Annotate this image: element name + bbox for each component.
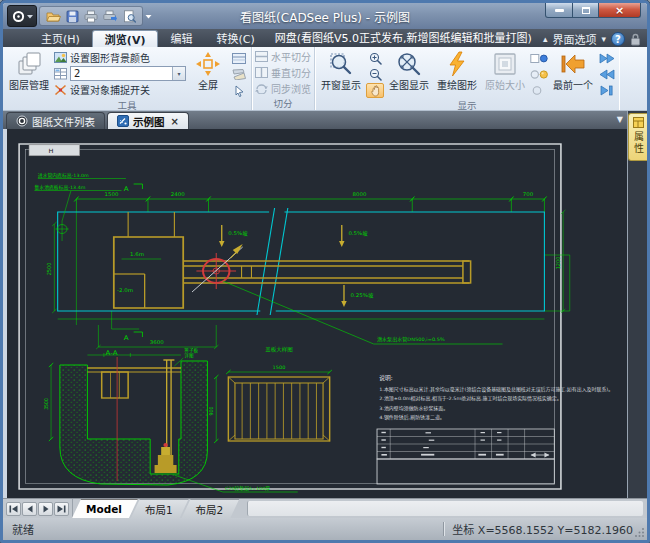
pen-width-combobox[interactable]: 2 ▾ — [70, 66, 186, 81]
svg-text:8000: 8000 — [352, 191, 366, 197]
print-button[interactable] — [83, 8, 99, 24]
prev-view-icon[interactable] — [598, 67, 616, 82]
elevation-labels: 进水管内底标高-13.0m 集水池底板标高-13.4m — [35, 172, 126, 241]
layers-icon — [16, 50, 42, 77]
zoom-out-button[interactable] — [366, 67, 384, 82]
window-controls: × — [545, 3, 641, 18]
horizontal-split-button[interactable]: 水平切分 — [255, 49, 311, 64]
properties-icon — [633, 117, 644, 128]
sheet-nav-buttons — [3, 499, 73, 518]
svg-text:1500: 1500 — [273, 366, 286, 371]
last-sheet-button[interactable] — [54, 502, 69, 516]
file-list-icon — [16, 115, 28, 127]
tab-browse[interactable]: 浏览(V) — [92, 30, 159, 47]
svg-text:2.池顶±0.0m相对标高,相当于-2.5m绝对标高,施工时: 2.池顶±0.0m相对标高,相当于-2.5m绝对标高,施工时结合现场实际情况核实… — [379, 396, 561, 403]
drawing-canvas[interactable]: H 1500 — [3, 129, 627, 498]
svg-text:A: A — [124, 334, 129, 342]
netdisk-promo-link[interactable]: 网盘(看图纸V5.0正式发布,新增图纸编辑和批量打图) — [267, 28, 540, 47]
next-sheet-button[interactable] — [38, 502, 53, 516]
combo-dropdown-icon[interactable]: ▾ — [172, 67, 185, 80]
sync-browse-icon — [255, 83, 268, 94]
svg-text:进水管内底标高-13.0m: 进水管内底标高-13.0m — [38, 172, 90, 179]
help-icon[interactable]: ? — [611, 32, 625, 46]
sync-browse-button[interactable]: 同步浏览 — [255, 81, 311, 96]
original-size-button[interactable]: 原始大小 — [482, 49, 528, 93]
svg-text:2400: 2400 — [171, 191, 185, 197]
status-coordinates: 坐标 X=5568.1552 Y=5182.1960 — [452, 521, 647, 537]
minimize-icon — [555, 9, 564, 12]
svg-text:1500: 1500 — [105, 191, 119, 197]
collapse-ribbon-icon[interactable]: ▴ — [543, 34, 548, 44]
bring-front-button[interactable]: 最前一个 — [550, 49, 596, 93]
redraw-button[interactable]: 重绘图形 — [434, 49, 480, 93]
status-ready: 就绪 — [3, 521, 34, 537]
pump-target-symbol — [192, 244, 243, 292]
svg-text:1.本图尺寸标高以米计,其余均以毫米计(须结合设备基础图及总: 1.本图尺寸标高以米计,其余均以毫米计(须结合设备基础图及总图核对无误后方可施工… — [379, 386, 613, 393]
open-button[interactable] — [45, 8, 61, 24]
tab-example-drawing[interactable]: 示例图 × — [107, 112, 189, 129]
maximize-button[interactable] — [573, 3, 599, 18]
svg-text:0.5%坡: 0.5%坡 — [228, 229, 248, 237]
qat-customize-caret-icon[interactable] — [145, 14, 152, 19]
window-zoom-button[interactable]: 开窗显示 — [318, 49, 364, 93]
zoom-in-button[interactable] — [366, 51, 384, 66]
svg-text:集水池底板标高-13.4m: 集水池底板标高-13.4m — [35, 184, 87, 191]
svg-text:3.池内壁均须做防水砂浆抹面。: 3.池内壁均须做防水砂浆抹面。 — [379, 405, 448, 412]
resize-grip[interactable] — [634, 527, 645, 538]
print-preview-button[interactable] — [121, 8, 137, 24]
tab-layout1[interactable]: 布局1 — [131, 499, 189, 518]
quick-access-toolbar — [7, 5, 152, 27]
save-button[interactable] — [64, 8, 80, 24]
interface-options-caret-icon[interactable]: ▾ — [601, 34, 606, 44]
tab-drawing-file-list[interactable]: 图纸文件列表 — [6, 112, 105, 129]
pipe-leader: 潜水泵出水管DN500,i=0.5% — [223, 281, 503, 344]
close-doc-icon[interactable]: × — [169, 116, 179, 127]
tab-list-dropdown-icon[interactable]: ▼ — [617, 115, 623, 124]
cad-drawing: H 1500 — [7, 129, 627, 498]
tab-home[interactable]: 主页(H) — [29, 30, 92, 47]
prev-sheet-button[interactable] — [22, 502, 37, 516]
vertical-split-button[interactable]: 垂直切分 — [255, 65, 311, 80]
dim-left-label: 2500 — [46, 263, 52, 276]
minimize-button[interactable] — [545, 3, 573, 18]
properties-tab-label: 属性 — [631, 131, 646, 155]
top-dimensions — [74, 197, 546, 213]
properties-panel-tab[interactable]: 属性 — [628, 113, 647, 161]
tab-model[interactable]: Model — [72, 499, 138, 518]
notes-block: 说明: 1.本图尺寸标高以米计,其余均以毫米计(须结合设备基础图及总图核对无误后… — [379, 374, 613, 421]
screen-tilt-button[interactable] — [230, 67, 248, 82]
bg-color-icon — [54, 52, 67, 64]
fill-toggle-button[interactable] — [530, 67, 548, 82]
batch-print-button[interactable] — [102, 8, 118, 24]
close-button[interactable]: × — [599, 3, 641, 18]
ribbon-tab-bar: 主页(H) 浏览(V) 编辑 转换(C) 网盘(看图纸V5.0正式发布,新增图纸… — [3, 29, 647, 47]
app-window: 看图纸(CADSee Plus) - 示例图 × 主页(H) 浏览(V) 编辑 — [0, 0, 650, 543]
circle-toggle-button[interactable] — [530, 83, 548, 98]
fit-view-button[interactable]: 全图显示 — [386, 49, 432, 93]
next-view-icon[interactable] — [598, 51, 616, 66]
ribbon-group-tools: 图层管理 设置图形背景颜色 2 ▾ — [3, 47, 252, 110]
tab-convert[interactable]: 转换(C) — [204, 30, 266, 47]
first-sheet-button[interactable] — [6, 502, 21, 516]
layer-manager-button[interactable]: 图层管理 — [6, 49, 52, 93]
last-view-icon[interactable] — [598, 83, 616, 98]
sheet-scroll-track[interactable] — [247, 501, 643, 516]
tab-layout2[interactable]: 布局2 — [182, 499, 240, 518]
svg-text:3500: 3500 — [44, 398, 49, 410]
cursor-button[interactable] — [230, 83, 248, 98]
pan-button[interactable] — [366, 83, 384, 98]
interface-options-button[interactable]: 界面选项 — [552, 31, 596, 47]
set-snap-button[interactable]: 设置对象捕捉开关 — [54, 82, 186, 97]
svg-text:盖板大样图: 盖板大样图 — [265, 345, 292, 353]
tab-edit[interactable]: 编辑 — [158, 30, 204, 47]
screen-horizontal-button[interactable] — [230, 51, 248, 66]
set-bg-color-button[interactable]: 设置图形背景颜色 — [54, 50, 186, 65]
tools-stack: 设置图形背景颜色 2 ▾ 设置对象捕捉开关 — [54, 49, 186, 97]
lock-icon[interactable] — [630, 33, 641, 46]
title-bar: 看图纸(CADSee Plus) - 示例图 × — [3, 3, 647, 29]
sheet-frame: H — [19, 144, 561, 489]
app-menu-button[interactable] — [7, 5, 37, 27]
lineweight-toggle-button[interactable] — [530, 51, 548, 66]
right-panel-strip: 属性 — [627, 111, 647, 498]
fullscreen-button[interactable]: 全屏 — [188, 49, 228, 93]
